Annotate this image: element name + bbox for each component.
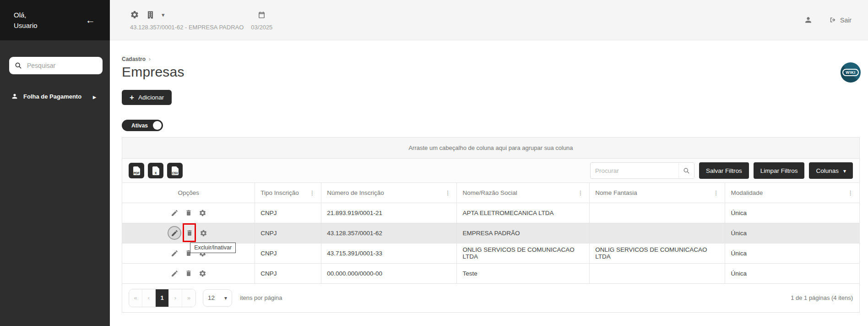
user-profile-icon[interactable] xyxy=(804,16,813,24)
save-filters-button[interactable]: Salvar Filtros xyxy=(699,162,749,179)
export-pdf-button[interactable]: PDF xyxy=(129,163,144,178)
user-greeting: Olá, Usuario xyxy=(14,10,38,31)
delete-icon[interactable] xyxy=(186,229,193,237)
sidebar-header: Olá, Usuario xyxy=(0,0,110,40)
building-icon[interactable] xyxy=(146,11,155,19)
logout-icon xyxy=(829,16,837,24)
main-area: 43.128.357/0001-62 - EMPRESA PADRAO 03/2… xyxy=(110,0,868,326)
topbar-left: 43.128.357/0001-62 - EMPRESA PADRAO 03/2… xyxy=(130,9,272,31)
next-page-button[interactable] xyxy=(169,289,182,307)
export-excel-button[interactable]: X xyxy=(148,163,163,178)
breadcrumb-item[interactable]: Cadastro xyxy=(122,56,146,62)
column-header-modalidade: Modalidade xyxy=(725,183,859,203)
period-selector[interactable]: 03/2025 xyxy=(251,9,272,31)
wiki-badge-label: WIKI xyxy=(842,69,858,76)
companies-grid: Arraste um cabeçalho de coluna aqui para… xyxy=(122,137,860,313)
group-by-drop-zone[interactable]: Arraste um cabeçalho de coluna aqui para… xyxy=(122,138,859,159)
grid-search-icon[interactable] xyxy=(678,163,694,178)
gear-icon[interactable] xyxy=(130,10,139,19)
cell-tipo-inscricao: CNPJ xyxy=(255,203,321,223)
last-page-button[interactable] xyxy=(182,289,195,307)
topbar: 43.128.357/0001-62 - EMPRESA PADRAO 03/2… xyxy=(110,0,868,40)
add-company-button[interactable]: Adicionar xyxy=(122,90,172,105)
cell-razao-social: Teste xyxy=(457,263,590,283)
edit-icon[interactable] xyxy=(171,249,179,257)
cell-razao-social: ONLIG SERVICOS DE COMUNICACAO LTDA xyxy=(457,243,590,263)
cell-numero-inscricao: 43.715.391/0001-33 xyxy=(321,243,457,263)
topbar-right: Sair xyxy=(804,16,854,24)
company-selector-icons xyxy=(130,9,244,20)
pagination-bar: 1 12 itens por página 1 de 1 páginas (4 … xyxy=(122,284,859,312)
edit-icon[interactable] xyxy=(171,209,179,217)
edit-icon[interactable] xyxy=(171,270,179,277)
calendar-icon[interactable] xyxy=(258,11,266,19)
toggle-label: Ativas xyxy=(131,122,148,129)
chevron-right-icon xyxy=(93,93,96,100)
search-icon xyxy=(15,62,22,69)
sidebar-search-input[interactable] xyxy=(26,61,97,70)
columns-dropdown-button[interactable]: Colunas xyxy=(809,162,853,179)
cell-modalidade: Única xyxy=(725,223,859,243)
first-page-button[interactable] xyxy=(129,289,142,307)
column-header-razao-social: Nome/Razão Social xyxy=(457,183,590,203)
cell-razao-social: APTA ELETROMECANICA LTDA xyxy=(457,203,590,223)
cell-nome-fantasia xyxy=(590,223,725,243)
column-menu-icon[interactable] xyxy=(306,189,315,196)
page-title: Empresas xyxy=(122,64,860,80)
table-header-row: Opções Tipo Inscrição Número de Inscriçã… xyxy=(122,183,859,203)
cell-nome-fantasia: ONLIG SERVICOS DE COMUNICACAO LTDA xyxy=(590,243,725,263)
table-row: Excluir/Inativar CNPJ 43.128.357/0001-62… xyxy=(122,223,859,243)
page-number-button[interactable]: 1 xyxy=(156,289,169,307)
cell-razao-social: EMPRESA PADRÃO xyxy=(457,223,590,243)
column-menu-icon[interactable] xyxy=(442,189,451,196)
greeting-line2: Usuario xyxy=(14,20,38,31)
cell-tipo-inscricao: CNPJ xyxy=(255,263,321,283)
chevron-down-icon xyxy=(843,167,846,174)
breadcrumb: Cadastro › xyxy=(122,56,860,62)
logout-button[interactable]: Sair xyxy=(826,16,854,24)
sidebar: Olá, Usuario Folha de Pagamento xyxy=(0,0,110,326)
greeting-line1: Olá, xyxy=(14,10,38,20)
tooltip: Excluir/Inativar xyxy=(190,243,236,253)
edit-icon[interactable] xyxy=(171,229,179,237)
previous-page-button[interactable] xyxy=(142,289,156,307)
page-size-dropdown[interactable]: 12 xyxy=(203,289,232,307)
clear-filters-button[interactable]: Limpar Filtros xyxy=(754,162,805,179)
active-filter-toggle[interactable]: Ativas xyxy=(122,120,163,131)
chevron-down-icon[interactable] xyxy=(162,11,165,19)
settings-icon[interactable] xyxy=(199,270,206,277)
breadcrumb-separator: › xyxy=(149,56,151,62)
pdf-file-icon: PDF xyxy=(133,166,140,175)
settings-icon[interactable] xyxy=(199,209,206,217)
person-icon xyxy=(11,93,18,100)
column-header-numero-inscricao: Número de Inscrição xyxy=(321,183,457,203)
delete-icon[interactable] xyxy=(185,270,192,277)
items-per-page-label: itens por página xyxy=(240,294,282,301)
grid-search-input[interactable] xyxy=(591,167,678,174)
current-company[interactable]: 43.128.357/0001-62 - EMPRESA PADRAO xyxy=(130,24,244,31)
column-header-tipo-inscricao: Tipo Inscrição xyxy=(255,183,321,203)
column-menu-icon[interactable] xyxy=(575,189,584,196)
toggle-knob xyxy=(153,121,162,130)
pagination-summary: 1 de 1 páginas (4 itens) xyxy=(791,294,853,301)
wiki-badge[interactable]: WIKI xyxy=(841,62,861,83)
current-period[interactable]: 03/2025 xyxy=(251,24,272,31)
cell-nome-fantasia xyxy=(590,263,725,283)
company-selector[interactable]: 43.128.357/0001-62 - EMPRESA PADRAO xyxy=(130,9,244,31)
cell-tipo-inscricao: CNPJ xyxy=(255,223,321,243)
delete-icon[interactable] xyxy=(185,209,192,216)
cell-modalidade: Única xyxy=(725,203,859,223)
settings-icon[interactable] xyxy=(200,229,207,237)
sidebar-item-folha-de-pagamento[interactable]: Folha de Pagamento xyxy=(0,88,110,105)
focus-ripple xyxy=(168,226,181,240)
export-csv-button[interactable]: CSV xyxy=(167,163,183,178)
collapse-sidebar-icon[interactable] xyxy=(86,15,95,26)
cell-modalidade: Única xyxy=(725,263,859,283)
page-size-value: 12 xyxy=(208,294,215,301)
column-menu-icon[interactable] xyxy=(710,189,719,196)
cell-numero-inscricao: 00.000.000/0000-00 xyxy=(321,263,457,283)
cell-nome-fantasia xyxy=(590,203,725,223)
logout-label: Sair xyxy=(840,17,852,24)
excel-file-icon: X xyxy=(152,166,159,175)
column-menu-icon[interactable] xyxy=(845,189,854,196)
